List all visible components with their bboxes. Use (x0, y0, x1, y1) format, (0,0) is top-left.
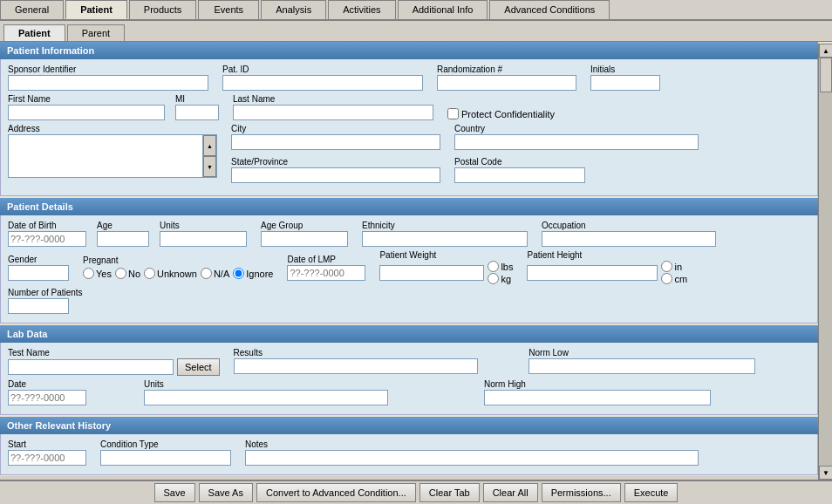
dob-input[interactable] (8, 231, 86, 247)
pregnant-unknown-radio[interactable] (144, 268, 155, 279)
weight-lbs-label[interactable]: lbs (488, 261, 513, 272)
age-group-input[interactable] (261, 231, 348, 247)
date-lmp-input[interactable] (287, 265, 365, 281)
address-scroll-down[interactable]: ▼ (203, 156, 216, 177)
tab-analysis[interactable]: Analysis (261, 0, 326, 19)
notes-label: Notes (245, 439, 810, 449)
test-name-input[interactable] (8, 359, 174, 375)
tab-patient[interactable]: Patient (65, 0, 127, 19)
results-input[interactable] (234, 358, 478, 374)
num-patients-input[interactable] (8, 298, 69, 314)
permissions-button[interactable]: Permissions... (542, 483, 621, 502)
units-input[interactable] (160, 231, 247, 247)
pregnant-na-text: N/A (214, 269, 229, 279)
pregnant-no-label[interactable]: No (115, 268, 140, 279)
occupation-group: Occupation (542, 221, 810, 247)
scroll-down-arrow[interactable]: ▼ (819, 466, 832, 480)
height-cm-radio[interactable] (661, 273, 672, 284)
address-input[interactable] (9, 135, 202, 177)
lab-units-input[interactable] (144, 390, 388, 405)
tab-products[interactable]: Products (129, 0, 196, 19)
weight-lbs-radio[interactable] (488, 261, 499, 272)
notes-group: Notes (245, 439, 810, 466)
norm-low-group: Norm Low (529, 348, 810, 374)
pat-id-input[interactable] (222, 75, 423, 91)
state-label: State/Province (231, 157, 440, 167)
sponsor-id-input[interactable] (8, 75, 208, 91)
select-button[interactable]: Select (177, 358, 220, 376)
kg-text: kg (501, 274, 511, 284)
lab-date-input[interactable] (8, 390, 86, 405)
occupation-label: Occupation (542, 221, 810, 230)
clear-all-button[interactable]: Clear All (483, 483, 538, 502)
patient-weight-input[interactable] (379, 265, 484, 281)
pregnant-ignore-label[interactable]: Ignore (233, 268, 273, 279)
height-in-radio[interactable] (661, 261, 672, 272)
content-wrapper: Patient Information Sponsor Identifier P… (0, 42, 818, 475)
notes-input[interactable] (245, 450, 699, 466)
norm-high-input[interactable] (484, 390, 711, 405)
lab-data-section: Lab Data Test Name Select Results (0, 325, 818, 415)
lab-date-group: Date (8, 379, 86, 405)
gender-input[interactable] (8, 265, 69, 281)
lab-row-1: Test Name Select Results Norm Low (8, 348, 810, 376)
scroll-up-arrow[interactable]: ▲ (819, 44, 832, 58)
norm-high-label: Norm High (484, 379, 810, 389)
protect-confidentiality-checkbox[interactable] (447, 108, 459, 119)
randomization-input[interactable] (437, 75, 576, 91)
pregnant-no-radio[interactable] (115, 268, 126, 279)
sub-tab-patient[interactable]: Patient (3, 24, 65, 41)
address-label: Address (8, 124, 217, 133)
lab-data-header: Lab Data (0, 325, 818, 343)
address-scroll-up[interactable]: ▲ (203, 135, 216, 156)
pregnant-ignore-radio[interactable] (233, 268, 244, 279)
results-label: Results (234, 348, 515, 358)
occupation-input[interactable] (542, 231, 716, 247)
country-input[interactable] (454, 134, 699, 150)
pregnant-na-radio[interactable] (201, 268, 212, 279)
postal-input[interactable] (454, 167, 585, 183)
state-input[interactable] (231, 167, 440, 183)
sub-tab-parent[interactable]: Parent (67, 24, 125, 41)
execute-button[interactable]: Execute (624, 483, 679, 502)
city-input[interactable] (231, 134, 440, 150)
mi-input[interactable] (175, 105, 219, 120)
protect-confidentiality-label[interactable]: Protect Confidentiality (447, 108, 555, 119)
weight-kg-radio[interactable] (488, 273, 499, 284)
ethnicity-input[interactable] (362, 231, 528, 247)
tab-general[interactable]: General (0, 0, 64, 19)
initials-label: Initials (590, 65, 660, 74)
pregnant-na-label[interactable]: N/A (201, 268, 229, 279)
test-name-group: Test Name Select (8, 348, 220, 376)
tab-advanced-conditions[interactable]: Advanced Conditions (489, 0, 610, 19)
norm-low-input[interactable] (529, 358, 755, 374)
pregnant-unknown-label[interactable]: Unknown (144, 268, 197, 279)
last-name-input[interactable] (233, 105, 433, 120)
pregnant-yes-label[interactable]: Yes (83, 268, 112, 279)
pregnant-label: Pregnant (83, 255, 273, 265)
height-in-label[interactable]: in (661, 261, 687, 272)
convert-button[interactable]: Convert to Advanced Condition... (256, 483, 416, 502)
tab-additional-info[interactable]: Additional Info (398, 0, 488, 19)
save-as-button[interactable]: Save As (199, 483, 253, 502)
other-history-section: Other Relevant History Start Condition T… (0, 417, 818, 475)
save-button[interactable]: Save (154, 483, 195, 502)
weight-kg-label[interactable]: kg (488, 273, 513, 284)
dob-group: Date of Birth (8, 221, 86, 247)
first-name-input[interactable] (8, 105, 165, 120)
tab-activities[interactable]: Activities (328, 0, 395, 19)
age-input[interactable] (97, 231, 149, 247)
pregnant-yes-radio[interactable] (83, 268, 94, 279)
address-area: ▲ ▼ (8, 134, 217, 178)
height-cm-label[interactable]: cm (661, 273, 687, 284)
postal-label: Postal Code (454, 157, 585, 167)
scroll-thumb[interactable] (820, 58, 832, 92)
test-name-label: Test Name (8, 348, 220, 358)
tab-events[interactable]: Events (198, 0, 259, 19)
patient-height-input[interactable] (527, 265, 658, 281)
condition-type-input[interactable] (100, 450, 231, 466)
patient-details-content: Date of Birth Age Units Age Group (0, 215, 818, 324)
history-start-input[interactable] (8, 450, 86, 466)
initials-input[interactable] (590, 75, 660, 91)
clear-tab-button[interactable]: Clear Tab (419, 483, 480, 502)
